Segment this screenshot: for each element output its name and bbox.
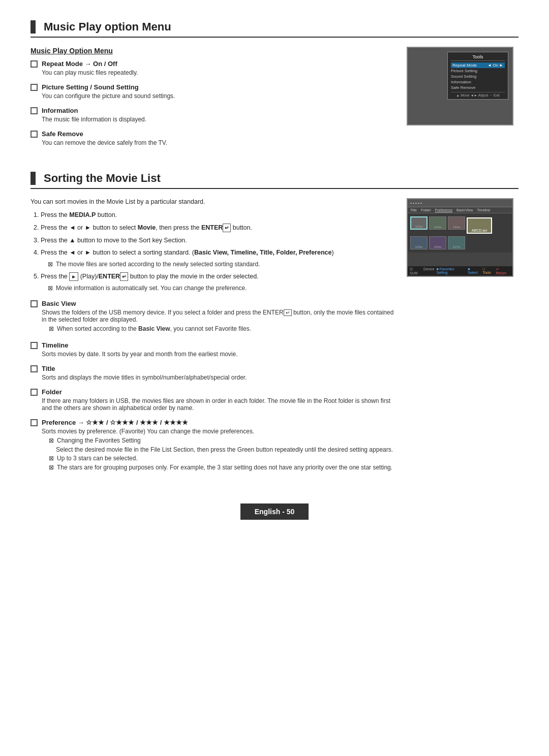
check-title: Title Sorts and displays the movie title… [30,365,394,381]
tools-box: Tools Repeat Mode ◄ On ► Picture Setting… [447,52,508,100]
check-content-timeline: Timeline Sorts movies by date. It sorts … [42,341,394,358]
preference-note-3: ⊠ The stars are for grouping purposes on… [49,464,394,471]
tools-item-info-label: Information [451,80,471,84]
movie-step-5: Press the ► (Play)/ENTER↵ button to play… [41,272,394,293]
movie-tv-screen-container: • • • • • Title Folder Preference BasicV… [407,198,518,480]
check-box-title [30,365,38,372]
movie-header-dot: • • • • • [410,201,422,205]
check-desc-info: The music file information is displayed. [42,116,394,123]
movie-note-1-text: The movie files are sorted according to … [56,260,260,269]
movie-thumb-5: 128m [429,236,446,249]
check-safe-remove: Safe Remove You can remove the device sa… [30,130,394,146]
movie-note-2-text: Movie information is automatically set. … [56,284,247,293]
check-box-timeline [30,342,38,349]
movie-tab-folder: Folder [421,208,431,212]
tools-item-safe-label: Safe Remove [451,85,475,90]
check-content-preference: Preference → ☆★★ / ☆★★★ / ★★★ / ★★★★ Sor… [42,419,394,473]
movie-tab-title: Title [410,208,417,212]
section-music-play: Music Play option Menu Music Play Option… [30,20,518,153]
movie-steps-list: Press the MEDIA.P button. Press the ◄ or… [41,210,394,293]
section-title-bar-movie [30,172,36,185]
basic-view-note-text: When sorted according to the Basic View,… [57,325,251,332]
section-movie-inner: You can sort movies in the Movie List by… [30,198,518,480]
tools-item-safe: Safe Remove [451,85,505,90]
movie-intro: You can sort movies in the Movie List by… [30,198,394,205]
movie-thumb-6: 127m [448,236,465,249]
check-label-title: Title [42,365,394,372]
check-desc-safe: You can remove the device safely from th… [42,139,394,146]
section-movie-content: You can sort movies in the Movie List by… [30,198,394,480]
check-label-preference: Preference → ☆★★ / ☆★★★ / ★★★ / ★★★★ [42,419,394,426]
check-label-picture: Picture Setting / Sound Setting [42,83,394,91]
movie-footer-device: Device [423,267,434,275]
check-preference: Preference → ☆★★ / ☆★★★ / ★★★ / ★★★★ Sor… [30,419,394,473]
check-label-basic: Basic View [42,300,394,307]
preference-note-3-text: The stars are for grouping purposes only… [57,464,392,471]
check-folder: Folder If there are many folders in USB,… [30,388,394,412]
check-box-folder [30,389,38,396]
check-box-picture [30,84,38,91]
movie-thumbnails: 123m 122m 133m ABCD.avi 126m 128m 127m [408,213,512,253]
preference-note-2-text: Up to 3 stars can be selected. [57,455,138,462]
section-music-inner: Music Play Option Menu Repeat Mode → On … [30,47,518,153]
note-icon-2: ⊠ [48,284,53,293]
check-content-info: Information The music file information i… [42,107,394,123]
check-basic-view: Basic View Shows the folders of the USB … [30,300,394,334]
check-label-folder: Folder [42,388,394,396]
preference-note-1-text: Changing the Favorites Setting [57,437,141,444]
movie-footer-favorites: ■ Favorites Setting [437,267,466,275]
section-music-content: Music Play Option Menu Repeat Mode → On … [30,47,394,153]
check-content-folder: Folder If there are many folders in USB,… [42,388,394,412]
check-box-info [30,107,38,114]
check-box-preference [30,419,38,426]
movie-header-bar: • • • • • [408,199,512,207]
movie-tab-bar: Title Folder Preference BasicView Timeli… [408,207,512,213]
movie-note-2: ⊠ Movie information is automatically set… [48,284,394,293]
tools-title: Tools [451,54,505,61]
section-title-bar [30,20,36,34]
tools-item-repeat: Repeat Mode ◄ On ► [451,62,505,68]
check-content-title: Title Sorts and displays the movie title… [42,365,394,381]
movie-step-4: Press the ◄ or ► button to select a sort… [41,248,394,269]
movie-thumb-4: 126m [410,236,428,249]
movie-step-1: Press the MEDIA.P button. [41,210,394,220]
tools-item-picture-label: Picture Setting [451,69,477,73]
movie-tab-timeline: Timeline [477,208,490,212]
check-desc-preference: Sorts movies by preference. (Favorite) Y… [42,428,394,435]
note-icon-pref1: ⊠ [49,437,54,444]
music-tv-screen-container: Tools Repeat Mode ◄ On ► Picture Setting… [407,47,518,153]
movie-footer-sum: ⊡ SUM [410,267,421,275]
movie-thumb-2: 122m [429,216,446,230]
check-content-repeat: Repeat Mode → On / Off You can play musi… [42,60,394,76]
check-content-basic: Basic View Shows the folders of the USB … [42,300,394,334]
section-movie-sort: Sorting the Movie List You can sort movi… [30,172,518,480]
check-desc-timeline: Sorts movies by date. It sorts by year a… [42,351,394,358]
check-desc-repeat: You can play music files repeatedly. [42,69,394,76]
page-footer: English - 50 [30,498,518,520]
check-repeat-mode: Repeat Mode → On / Off You can play musi… [30,60,394,76]
music-subsection-title: Music Play Option Menu [30,47,394,55]
movie-tab-preference: Preference [435,208,452,212]
tools-item-repeat-arrows: ◄ On ► [487,63,503,68]
movie-step-2: Press the ◄ or ► button to select Movie,… [41,223,394,233]
check-information: Information The music file information i… [30,107,394,123]
check-desc-basic: Shows the folders of the USB memory devi… [42,309,394,323]
movie-footer-bar: ⊡ SUM Device ■ Favorites Setting ■ Selec… [408,266,512,276]
check-desc-title: Sorts and displays the movie titles in s… [42,374,394,381]
note-icon-1: ⊠ [48,260,53,269]
tools-footer: ▲ Move ◄► Adjust → Exit [451,92,505,97]
preference-desc-detail: Select the desired movie file in the Fil… [56,446,394,453]
section-title-movie: Sorting the Movie List [30,172,518,189]
tools-item-sound-label: Sound Setting [451,74,476,79]
check-label-safe: Safe Remove [42,130,394,138]
check-desc-folder: If there are many folders in USB, the mo… [42,397,394,412]
tools-item-info: Information [451,79,505,85]
movie-step-3: Press the ▲ button to move to the Sort k… [41,236,394,245]
check-picture-sound: Picture Setting / Sound Setting You can … [30,83,394,100]
movie-thumb-1: 123m [410,216,428,230]
tools-item-repeat-label: Repeat Mode [452,63,477,68]
note-icon-pref2: ⊠ [49,455,54,462]
movie-footer-return: ↵ Return [496,267,511,275]
movie-tab-basicview: BasicView [456,208,473,212]
preference-note-1: ⊠ Changing the Favorites Setting [49,437,394,444]
